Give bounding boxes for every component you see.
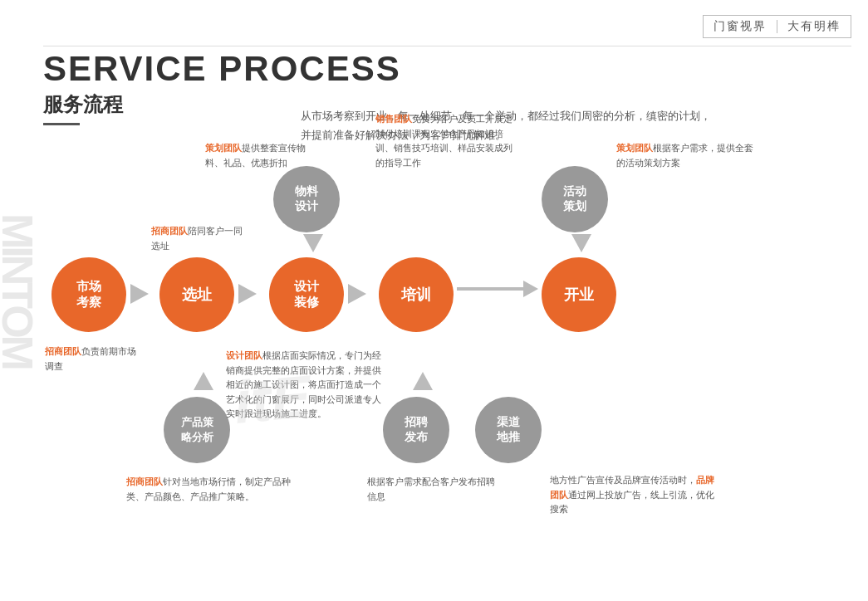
ann-chanpincelue: 招商团队针对当地市场行情，制定产品种类、产品颜色、产品推广策略。: [126, 475, 292, 504]
ann-wuliao: 策划团队提供整套宣传物料、礼品、优惠折扣: [205, 141, 313, 170]
arrow-up1: [194, 372, 213, 393]
brand-bar: 门窗视界 大有明榫: [703, 15, 851, 38]
flow-area: 市场考察 选址 设计装修 培训: [43, 174, 851, 584]
node-xuanzhi: 选址: [159, 257, 234, 332]
arrow-line: [457, 287, 523, 291]
arrow2: [238, 284, 257, 307]
ann-xuanzhi: 招商团队陪同客户一同选址: [151, 224, 243, 253]
title-underline: [43, 123, 80, 125]
ann-shichang: 招商团队负责前期市场调查: [45, 344, 145, 374]
brand-divider: [777, 20, 777, 33]
node-huodongcehua: 活动策划: [542, 166, 608, 232]
arrow-down-icon1: [303, 241, 323, 255]
node-qudao: 渠道地推: [475, 397, 542, 463]
node-peixun: 培训: [379, 257, 454, 332]
arrow3: [348, 284, 366, 307]
ann-huodongcehua: 策划团队根据客户需求，提供全套的活动策划方案: [616, 141, 758, 170]
arrow-down-icon2: [571, 241, 591, 255]
node-chanpincelue: 产品策略分析: [164, 397, 230, 463]
ann-peixun: 销售团队免费为客户及员工开展定制化培训课程，包含产品知识培训、销售技巧培训、样品…: [375, 112, 521, 170]
arrow-down1: [303, 234, 323, 256]
node-shichang: 市场考察: [51, 257, 126, 332]
top-line: [43, 46, 851, 46]
node-wuliao: 物料设计: [273, 166, 340, 232]
arrow1: [130, 284, 149, 307]
node-shejizhuangxiu: 设计装修: [269, 257, 344, 332]
arrow-right-icon3: [348, 292, 366, 306]
left-vertical-text: MINTOM: [0, 213, 39, 368]
arrow-up-icon1: [194, 379, 213, 393]
title-en: SERVICE PROCESS: [43, 50, 851, 88]
brand-part2: 大有明榫: [787, 19, 841, 34]
ann-zhaopinfabu: 根据客户需求配合客户发布招聘信息: [367, 475, 500, 504]
brand-part1: 门窗视界: [714, 19, 767, 34]
arrow-head: [523, 281, 538, 297]
arrow-right-icon2: [238, 292, 257, 306]
left-bg-text: MINTOM: [0, 100, 35, 481]
arrow-up2: [413, 372, 433, 393]
arrow-down2: [571, 234, 591, 256]
arrow-right-icon: [130, 292, 149, 306]
main-content: SERVICE PROCESS 服务流程 从市场考察到开业，每一处细节，每一个举…: [43, 50, 851, 584]
node-zhaopinfabu: 招聘发布: [383, 397, 449, 463]
arrow-up-icon2: [413, 379, 433, 393]
node-kaiYe: 开业: [542, 257, 616, 332]
ann-qudao: 地方性广告宣传及品牌宣传活动时，品牌团队通过网上投放广告，线上引流，优化搜索: [550, 473, 716, 517]
arrow4: [457, 281, 538, 297]
ann-shejizhuangxiu: 设计团队根据店面实际情况，专门为经销商提供完整的店面设计方案，并提供相近的施工设…: [226, 349, 384, 422]
